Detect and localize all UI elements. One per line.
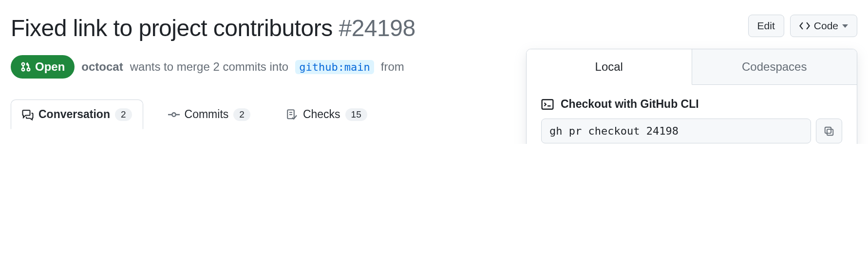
pr-author[interactable]: octocat [81,60,123,74]
tab-conversation[interactable]: Conversation 2 [11,100,143,129]
tab-checks-count: 15 [345,108,367,121]
tab-conversation-count: 2 [115,108,132,121]
base-branch[interactable]: github:main [295,60,374,74]
code-dropdown-panel: Local Codespaces Checkout with GitHub CL… [526,49,857,144]
svg-point-0 [22,63,25,66]
caret-down-icon [842,24,848,28]
git-commit-icon [168,109,180,120]
panel-body: Checkout with GitHub CLI gh pr checkout … [527,85,857,144]
comment-discussion-icon [22,109,34,120]
tab-commits-label: Commits [185,108,229,121]
tab-commits[interactable]: Commits 2 [157,100,262,129]
svg-point-3 [172,113,176,117]
svg-point-2 [27,68,30,71]
svg-rect-7 [825,127,831,133]
tab-commits-count: 2 [233,108,250,121]
git-pull-request-icon [20,61,31,72]
pr-title: Fixed link to project contributors [11,15,333,41]
code-icon [799,20,810,31]
panel-tabs: Local Codespaces [527,49,857,85]
edit-button[interactable]: Edit [748,15,784,37]
pr-header: Fixed link to project contributors #2419… [11,15,857,41]
svg-rect-5 [542,100,553,109]
cli-title: Checkout with GitHub CLI [561,98,699,111]
tab-checks[interactable]: Checks 15 [275,100,378,129]
cli-command-row: gh pr checkout 24198 [541,119,842,143]
pr-title-block: Fixed link to project contributors #2419… [11,15,415,41]
tab-checks-label: Checks [303,108,340,121]
cli-section-title-row: Checkout with GitHub CLI [541,98,842,111]
terminal-icon [541,98,554,111]
svg-point-1 [22,68,25,71]
header-actions: Edit Code [748,15,857,37]
copy-icon [824,126,834,137]
panel-tab-codespaces[interactable]: Codespaces [692,49,857,85]
code-label: Code [814,20,838,32]
state-label: Open [35,60,65,74]
cli-command[interactable]: gh pr checkout 24198 [541,119,811,143]
edit-label: Edit [757,20,775,32]
code-button[interactable]: Code [790,15,857,37]
svg-rect-6 [827,129,833,135]
state-badge: Open [11,55,75,79]
checklist-icon [286,109,298,120]
panel-tab-local[interactable]: Local [527,49,692,85]
merge-text-2: from [381,60,404,74]
copy-button[interactable] [816,119,842,143]
tab-conversation-label: Conversation [38,108,110,121]
merge-text-1: wants to merge 2 commits into [130,60,288,74]
pr-number: #24198 [339,15,415,41]
